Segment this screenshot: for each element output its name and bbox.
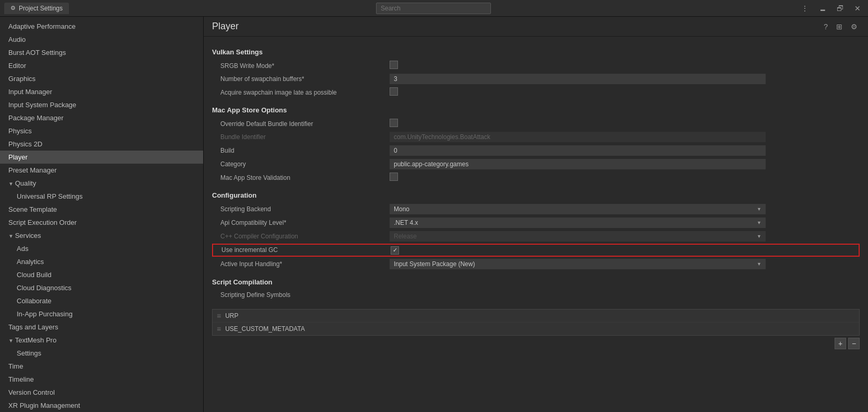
sidebar-item-cloud-build[interactable]: Cloud Build xyxy=(0,268,203,281)
api-compatibility-label: Api Compatibility Level* xyxy=(212,219,390,226)
sidebar-item-services[interactable]: ▼ Services xyxy=(0,229,203,242)
layout-icon-button[interactable]: ⊞ xyxy=(834,21,844,32)
sidebar-item-input-manager[interactable]: Input Manager xyxy=(0,85,203,98)
minimize-button[interactable]: 🗕 xyxy=(816,3,829,14)
sidebar-item-label-preset-manager: Preset Manager xyxy=(8,166,57,174)
sidebar-item-timeline[interactable]: Timeline xyxy=(0,373,203,386)
bundle-identifier-control xyxy=(390,132,860,142)
sidebar-item-xr-plugin-management[interactable]: XR Plugin Management xyxy=(0,399,203,412)
mac-validation-checkbox[interactable] xyxy=(390,173,398,181)
category-label: Category xyxy=(212,161,390,168)
sidebar-item-label-collaborate: Collaborate xyxy=(17,297,52,305)
sidebar-item-adaptive-performance[interactable]: Adaptive Performance xyxy=(0,20,203,33)
swapchain-buffers-label: Number of swapchain buffers* xyxy=(212,75,390,83)
sidebar-item-label-adaptive-performance: Adaptive Performance xyxy=(8,22,76,30)
srgb-write-mode-checkbox[interactable] xyxy=(390,61,398,69)
sidebar-item-label-cloud-build: Cloud Build xyxy=(17,271,52,279)
sidebar-item-physics-2d[interactable]: Physics 2D xyxy=(0,138,203,151)
search-input[interactable] xyxy=(376,3,491,14)
incremental-gc-checkbox[interactable] xyxy=(391,246,399,255)
swapchain-buffers-input[interactable] xyxy=(390,74,766,84)
close-button[interactable]: ✕ xyxy=(851,3,864,14)
active-input-handling-dropdown[interactable]: Input System Package (New) Input Manager… xyxy=(390,259,766,269)
sidebar-item-label-xr-plugin-management: XR Plugin Management xyxy=(8,402,80,409)
sidebar-item-tags-and-layers[interactable]: Tags and Layers xyxy=(0,321,203,334)
sidebar-item-universal-rp-settings[interactable]: Universal RP Settings xyxy=(0,190,203,203)
sidebar-item-label-physics-2d: Physics 2D xyxy=(8,140,42,148)
sidebar-item-version-control[interactable]: Version Control xyxy=(0,386,203,399)
sidebar-item-preset-manager[interactable]: Preset Manager xyxy=(0,164,203,177)
acquire-swapchain-checkbox[interactable] xyxy=(390,87,398,96)
override-bundle-label: Override Default Bundle Identifier xyxy=(212,120,390,128)
more-options-button[interactable]: ⋮ xyxy=(798,3,812,14)
scripting-backend-row: Scripting Backend Mono IL2CPP xyxy=(212,202,860,216)
sidebar-item-audio[interactable]: Audio xyxy=(0,33,203,46)
sidebar-item-analytics[interactable]: Analytics xyxy=(0,255,203,268)
cpp-compiler-dropdown: Release xyxy=(390,231,766,242)
active-input-handling-row: Active Input Handling* Input System Pack… xyxy=(212,257,860,271)
sidebar-item-quality[interactable]: ▼ Quality xyxy=(0,177,203,190)
acquire-swapchain-control xyxy=(390,87,860,97)
add-define-button[interactable]: + xyxy=(835,338,846,349)
sidebar-item-package-manager[interactable]: Package Manager xyxy=(0,111,203,124)
incremental-gc-label: Use incremental GC xyxy=(213,246,391,254)
title-tab[interactable]: ⚙ Project Settings xyxy=(4,3,69,14)
help-icon-button[interactable]: ? xyxy=(822,21,830,32)
api-compatibility-control: .NET 4.x .NET Standard 2.0 xyxy=(390,218,766,228)
sidebar-item-ads[interactable]: Ads xyxy=(0,242,203,255)
sidebar-item-editor[interactable]: Editor xyxy=(0,59,203,72)
remove-define-button[interactable]: − xyxy=(848,338,860,349)
srgb-write-mode-control xyxy=(390,61,860,71)
settings-icon-button[interactable]: ⚙ xyxy=(849,21,860,32)
main-layout: Adaptive PerformanceAudioBurst AOT Setti… xyxy=(0,17,868,412)
srgb-write-mode-row: SRGB Write Mode* xyxy=(212,59,860,72)
sidebar-item-physics[interactable]: Physics xyxy=(0,124,203,138)
vulkan-section-header: Vulkan Settings xyxy=(212,48,860,56)
active-input-handling-control: Input System Package (New) Input Manager… xyxy=(390,259,766,269)
sidebar-item-label-audio: Audio xyxy=(8,36,26,43)
define-symbols-list: ≡ URP ≡ USE_CUSTOM_METADATA xyxy=(212,309,860,336)
active-input-handling-label: Active Input Handling* xyxy=(212,260,390,268)
override-bundle-control xyxy=(390,119,860,129)
sidebar-item-in-app-purchasing[interactable]: In-App Purchasing xyxy=(0,307,203,321)
sidebar-item-label-universal-rp-settings: Universal RP Settings xyxy=(17,192,83,200)
build-input[interactable] xyxy=(390,145,766,156)
sidebar-item-player[interactable]: Player xyxy=(0,151,203,164)
sidebar-item-settings[interactable]: Settings xyxy=(0,347,203,360)
sidebar-item-script-execution-order[interactable]: Script Execution Order xyxy=(0,216,203,229)
build-control xyxy=(390,145,860,156)
mac-validation-row: Mac App Store Validation xyxy=(212,171,860,184)
sidebar-item-label-editor: Editor xyxy=(8,62,26,70)
category-input[interactable] xyxy=(390,159,766,169)
swapchain-buffers-control xyxy=(390,74,860,84)
sidebar-item-label-tags-and-layers: Tags and Layers xyxy=(8,323,58,331)
api-compatibility-dropdown[interactable]: .NET 4.x .NET Standard 2.0 xyxy=(390,218,766,228)
restore-button[interactable]: 🗗 xyxy=(834,3,847,14)
urp-handle[interactable]: ≡ xyxy=(217,312,221,320)
content-area: Player ? ⊞ ⚙ Vulkan Settings SRGB Write … xyxy=(204,17,868,412)
acquire-swapchain-row: Acquire swapchain image late as possible xyxy=(212,86,860,99)
sidebar-item-label-package-manager: Package Manager xyxy=(8,114,64,122)
page-title: Player xyxy=(212,21,239,32)
sidebar-item-graphics[interactable]: Graphics xyxy=(0,72,203,85)
sidebar-item-label-ads: Ads xyxy=(17,245,28,253)
sidebar-item-scene-template[interactable]: Scene Template xyxy=(0,203,203,216)
sidebar-item-cloud-diagnostics[interactable]: Cloud Diagnostics xyxy=(0,281,203,294)
scripting-backend-dropdown[interactable]: Mono IL2CPP xyxy=(390,204,766,214)
override-bundle-checkbox[interactable] xyxy=(390,119,398,127)
settings-body: Vulkan Settings SRGB Write Mode* Number … xyxy=(204,37,868,309)
custom-metadata-handle[interactable]: ≡ xyxy=(217,325,221,333)
content-header: Player ? ⊞ ⚙ xyxy=(204,17,868,37)
scripting-backend-control: Mono IL2CPP xyxy=(390,204,766,214)
cpp-compiler-row: C++ Compiler Configuration Release xyxy=(212,230,860,243)
sidebar-item-collaborate[interactable]: Collaborate xyxy=(0,294,203,307)
incremental-gc-row: Use incremental GC xyxy=(212,244,860,257)
sidebar-item-label-services: Services xyxy=(15,232,41,239)
sidebar-item-label-input-manager: Input Manager xyxy=(8,88,52,96)
scripting-define-symbols-label: Scripting Define Symbols xyxy=(212,289,860,301)
sidebar-item-textmesh-pro[interactable]: ▼ TextMesh Pro xyxy=(0,334,203,347)
sidebar-item-input-system-package[interactable]: Input System Package xyxy=(0,98,203,111)
incremental-gc-control xyxy=(391,246,859,255)
sidebar-item-time[interactable]: Time xyxy=(0,360,203,373)
sidebar-item-burst-aot-settings[interactable]: Burst AOT Settings xyxy=(0,46,203,59)
